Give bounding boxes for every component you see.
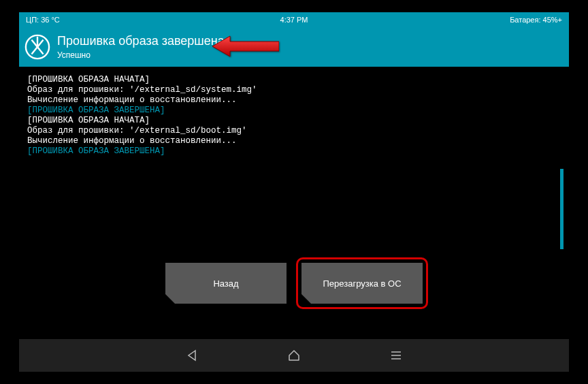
status-bar: ЦП: 36 °C 4:37 PM Батарея: 45%+ xyxy=(19,12,569,27)
annotation-arrow-icon xyxy=(211,34,279,59)
nav-menu-icon[interactable] xyxy=(389,349,403,362)
log-line: [ПРОШИВКА ОБРАЗА ЗАВЕРШЕНА] xyxy=(27,146,561,157)
clock-time: 4:37 PM xyxy=(280,16,308,24)
back-button[interactable]: Назад xyxy=(165,263,287,304)
log-line: [ПРОШИВКА ОБРАЗА ЗАВЕРШЕНА] xyxy=(27,106,561,116)
scrollbar[interactable] xyxy=(560,169,564,249)
reboot-os-button[interactable]: Перезагрузка в ОС xyxy=(301,263,423,304)
back-button-label: Назад xyxy=(213,278,238,289)
page-title: Прошивка образа завершена xyxy=(57,34,225,48)
twrp-logo-icon xyxy=(24,33,50,61)
header: Прошивка образа завершена Успешно xyxy=(19,27,569,67)
cpu-temp: ЦП: 36 °C xyxy=(26,16,60,24)
log-line: Вычисление информации о восстановлении..… xyxy=(27,136,561,146)
navigation-bar xyxy=(19,339,569,372)
log-line: Образ для прошивки: '/external_sd/boot.i… xyxy=(27,126,561,136)
log-console[interactable]: [ПРОШИВКА ОБРАЗА НАЧАТА]Образ для прошив… xyxy=(24,74,564,251)
nav-home-icon[interactable] xyxy=(287,349,301,362)
reboot-button-label: Перезагрузка в ОС xyxy=(323,278,401,289)
log-line: Вычисление информации о восстановлении..… xyxy=(27,95,561,106)
page-subtitle: Успешно xyxy=(57,50,225,60)
log-line: Образ для прошивки: '/external_sd/system… xyxy=(27,85,561,95)
log-line: [ПРОШИВКА ОБРАЗА НАЧАТА] xyxy=(27,75,561,85)
log-line: [ПРОШИВКА ОБРАЗА НАЧАТА] xyxy=(27,116,561,126)
battery-status: Батарея: 45%+ xyxy=(510,16,562,24)
nav-back-icon[interactable] xyxy=(185,349,199,362)
